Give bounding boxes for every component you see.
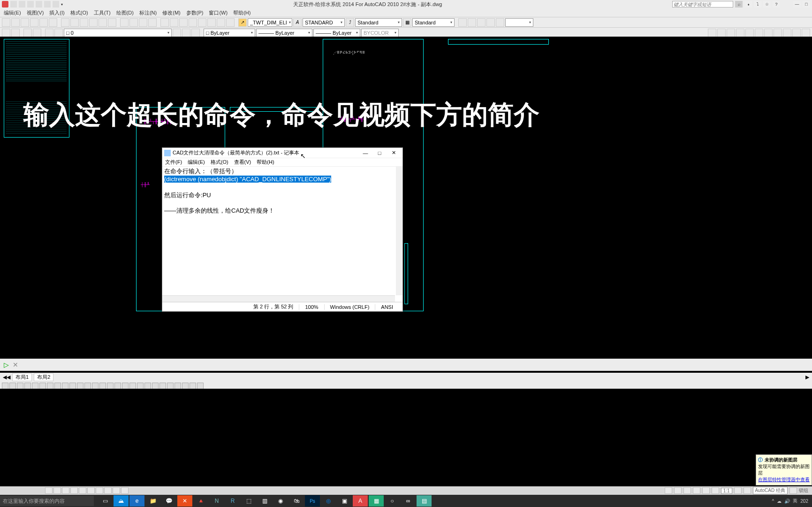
menu-insert[interactable]: 插入(I) [49, 9, 64, 16]
textstyle-icon[interactable]: A [293, 18, 302, 27]
taskview-icon[interactable]: ▭ [98, 495, 113, 507]
onedrive-icon[interactable]: ☁ [777, 499, 782, 504]
tool-icon[interactable] [198, 18, 206, 27]
notepad-menu-file[interactable]: 文件(F) [165, 159, 182, 166]
multileader-icon[interactable]: ⤴ [346, 18, 354, 27]
notepad-menu-edit[interactable]: 编辑(E) [188, 159, 205, 166]
menu-format[interactable]: 格式(O) [70, 9, 88, 16]
menu-window[interactable]: 窗口(W) [209, 9, 228, 16]
lineweight-dropdown[interactable]: ——— ByLayer [313, 29, 360, 37]
viewport-icon[interactable] [477, 18, 486, 27]
tool-icon[interactable] [70, 18, 79, 27]
drawing-viewport[interactable]: ⋰⠿⠟⠮⠷⠽⢪⠗⠋⠻⠿ ╶╫┼┴┬╫╨┼╢╟┤ ╶┼╫┴┬┴┬╨╢┼ ┼╫╨ 输… [0, 37, 812, 352]
minimize-button[interactable]: — [793, 1, 801, 8]
tool-icon[interactable] [33, 29, 41, 37]
tool-icon[interactable] [755, 29, 763, 37]
menu-dimension[interactable]: 标注(N) [139, 9, 157, 16]
layer-match-icon[interactable] [182, 29, 190, 37]
notify-link[interactable]: 在图层特性管理器中查看 [758, 476, 810, 483]
tool-icon[interactable] [24, 383, 31, 389]
notepad-menu-format[interactable]: 格式(O) [211, 159, 228, 166]
notepad-maximize-button[interactable]: □ [372, 148, 387, 158]
tool-icon[interactable] [30, 18, 38, 27]
tool-icon[interactable] [89, 18, 98, 27]
tool-icon[interactable] [774, 29, 782, 37]
app-icon[interactable]: ▤ [417, 495, 432, 507]
tool-icon[interactable] [160, 18, 169, 27]
notepad-scrollbar-v[interactable] [396, 167, 402, 295]
photoshop-icon[interactable]: Ps [305, 495, 320, 507]
tool-icon[interactable] [745, 29, 754, 37]
tool-icon[interactable] [2, 383, 8, 389]
status-icon[interactable] [674, 487, 682, 494]
taskbar-search-input[interactable]: 在这里输入你要搜索的内容 [0, 496, 94, 506]
viewport-icon[interactable] [458, 18, 467, 27]
tool-icon[interactable] [802, 29, 810, 37]
tool-icon[interactable] [99, 18, 107, 27]
notepad-menu-view[interactable]: 查看(V) [234, 159, 251, 166]
tool-icon[interactable] [727, 29, 735, 37]
qat-print-icon[interactable] [53, 1, 59, 8]
lock-ui-icon[interactable] [789, 487, 797, 494]
clock[interactable]: 202 [800, 499, 808, 504]
tool-icon[interactable] [92, 383, 99, 389]
ducs-toggle[interactable] [96, 487, 103, 494]
tool-icon[interactable] [2, 18, 10, 27]
tab-layout2[interactable]: 布局2 [34, 373, 53, 381]
tool-icon[interactable] [21, 18, 29, 27]
workspace-dropdown[interactable]: AutoCAD 经典 [753, 487, 788, 494]
explorer-icon[interactable]: 📁 [145, 495, 160, 507]
command-input-bar[interactable]: ▷ ✕ [0, 359, 812, 371]
tablestyle-dropdown[interactable]: Standard [412, 18, 455, 27]
tool-icon[interactable] [717, 29, 726, 37]
tool-icon[interactable] [9, 383, 16, 389]
help-icon[interactable]: ? [773, 1, 780, 8]
tool-icon[interactable] [77, 383, 83, 389]
tab-layout1[interactable]: 布局1 [12, 373, 32, 381]
tool-icon[interactable] [217, 18, 225, 27]
autocad-icon[interactable]: A [353, 495, 368, 507]
xref-icon[interactable] [708, 29, 716, 37]
polar-toggle[interactable] [70, 487, 78, 494]
app-icon[interactable]: ▣ [337, 495, 352, 507]
dimstyle-icon[interactable]: ↗ [238, 18, 247, 27]
qat-open-icon[interactable] [19, 1, 25, 8]
revit-icon[interactable]: R [225, 495, 240, 507]
menu-modify[interactable]: 修改(M) [162, 9, 181, 16]
tool-icon[interactable] [69, 383, 76, 389]
tool-icon[interactable] [32, 383, 38, 389]
navisworks-icon[interactable]: N [209, 495, 224, 507]
tool-icon[interactable] [137, 383, 144, 389]
menu-help[interactable]: 帮助(H) [233, 9, 250, 16]
taskbar-app-icon[interactable]: ⛰ [114, 495, 129, 507]
tool-icon[interactable] [11, 18, 20, 27]
menu-view[interactable]: 视图(V) [27, 9, 44, 16]
tool-icon[interactable] [84, 383, 91, 389]
tool-icon[interactable] [99, 383, 106, 389]
tool-icon[interactable] [122, 383, 129, 389]
tool-icon[interactable] [62, 383, 68, 389]
tool-icon[interactable] [736, 29, 744, 37]
notepad-close-button[interactable]: ✕ [387, 148, 401, 158]
textstyle-dropdown[interactable]: STANDARD [303, 18, 345, 27]
app-icon[interactable]: ▥ [257, 495, 272, 507]
tool-icon[interactable] [61, 18, 69, 27]
dyn-toggle[interactable] [104, 487, 112, 494]
color-dropdown[interactable]: □ ByLayer [204, 29, 255, 37]
menu-edit[interactable]: 编辑(E) [4, 9, 21, 16]
otrack-toggle[interactable] [87, 487, 95, 494]
zoom-realtime-icon[interactable] [120, 18, 129, 27]
infocenter-icon[interactable]: ⌕ [735, 1, 743, 8]
pan-icon[interactable] [148, 18, 157, 27]
tool-icon[interactable] [179, 18, 188, 27]
tool-icon[interactable] [2, 29, 10, 37]
notepad-scrollbar-h[interactable] [162, 295, 395, 302]
tool-icon[interactable] [39, 383, 46, 389]
maximize-button[interactable]: □ [803, 1, 810, 8]
notepad-content[interactable]: 在命令行输入：（带括号） (dictremove (namedobjdict) … [162, 167, 402, 216]
annotation-scale[interactable]: 1:1 [721, 488, 732, 494]
qat-save-icon[interactable] [27, 1, 34, 8]
tool-icon[interactable] [182, 383, 189, 389]
tool-icon[interactable] [47, 383, 53, 389]
menu-draw[interactable]: 绘图(D) [116, 9, 134, 16]
